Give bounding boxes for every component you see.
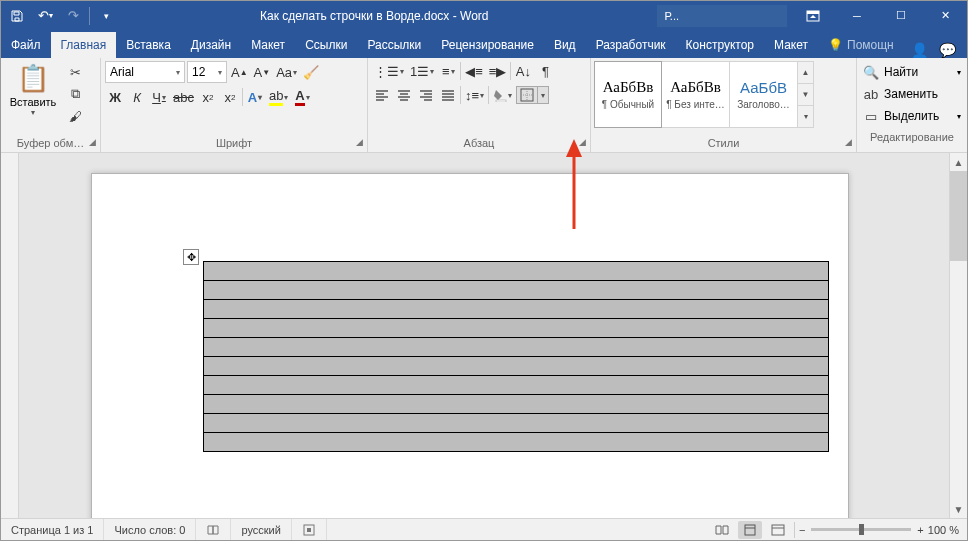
qat-customize-button[interactable]: ▾ [94,4,118,28]
table-row[interactable] [204,300,829,319]
scroll-down-button[interactable]: ▼ [950,500,967,518]
tab-developer[interactable]: Разработчик [586,32,676,58]
subscript-button[interactable]: x2 [198,87,218,107]
undo-button[interactable]: ↶▾ [33,4,57,28]
share-button[interactable]: 👤 [911,42,927,58]
show-marks-button[interactable]: ¶ [535,61,555,81]
tab-view[interactable]: Вид [544,32,586,58]
borders-dropdown[interactable]: ▾ [538,87,548,103]
table-row[interactable] [204,281,829,300]
zoom-level[interactable]: 100 % [928,524,959,536]
view-read-button[interactable] [710,521,734,539]
align-right-button[interactable] [416,85,436,105]
bullets-button[interactable]: ⋮☰ [372,61,406,81]
tab-layout[interactable]: Макет [241,32,295,58]
tab-review[interactable]: Рецензирование [431,32,544,58]
scroll-thumb[interactable] [950,171,967,261]
copy-button[interactable]: ⧉ [65,85,85,103]
table-row[interactable] [204,395,829,414]
multilevel-button[interactable]: ≡ [438,61,458,81]
styles-scroll-down[interactable]: ▼ [798,84,813,106]
sort-button[interactable]: A↓ [513,61,533,81]
font-color-button[interactable]: A [292,87,312,107]
paragraph-dialog-launcher[interactable]: ◢ [579,137,586,147]
find-button[interactable]: 🔍Найти▾ [863,62,961,82]
table-row[interactable] [204,414,829,433]
ribbon-options-button[interactable] [791,1,835,30]
table-cell[interactable] [204,414,829,433]
scroll-track[interactable] [950,171,967,500]
table-cell[interactable] [204,319,829,338]
clear-formatting-button[interactable]: 🧹 [301,62,321,82]
scroll-up-button[interactable]: ▲ [950,153,967,171]
styles-expand[interactable]: ▾ [798,106,813,127]
table-cell[interactable] [204,281,829,300]
highlight-button[interactable]: ab [267,87,290,107]
zoom-out-button[interactable]: − [799,524,805,536]
change-case-button[interactable]: Aa [274,62,299,82]
tab-table-constructor[interactable]: Конструктор [676,32,764,58]
document-table[interactable] [203,261,829,452]
line-spacing-button[interactable]: ↕≡ [463,85,486,105]
zoom-track[interactable] [811,528,911,531]
select-button[interactable]: ▭Выделить▾ [863,106,961,126]
bold-button[interactable]: Ж [105,87,125,107]
table-row[interactable] [204,262,829,281]
status-macro[interactable] [292,519,327,540]
table-row[interactable] [204,357,829,376]
comments-button[interactable]: 💬 [939,42,955,58]
account-area[interactable] [687,5,787,27]
table-row[interactable] [204,433,829,452]
view-print-button[interactable] [738,521,762,539]
status-language[interactable]: русский [231,519,291,540]
close-button[interactable]: ✕ [923,1,967,30]
style-no-spacing[interactable]: АаБбВв ¶ Без инте… [662,61,730,128]
tab-mailings[interactable]: Рассылки [357,32,431,58]
tab-design[interactable]: Дизайн [181,32,241,58]
text-effects-button[interactable]: A [245,87,265,107]
table-row[interactable] [204,319,829,338]
replace-button[interactable]: abЗаменить [863,84,961,104]
paste-button[interactable]: 📋 Вставить ▾ [5,61,61,117]
format-painter-button[interactable]: 🖌 [65,107,85,125]
tab-insert[interactable]: Вставка [116,32,181,58]
align-center-button[interactable] [394,85,414,105]
increase-indent-button[interactable]: ≡▶ [487,61,509,81]
table-cell[interactable] [204,338,829,357]
table-cell[interactable] [204,357,829,376]
numbering-button[interactable]: 1☰ [408,61,436,81]
redo-button[interactable]: ↷ [61,4,85,28]
save-button[interactable] [5,4,29,28]
table-cell[interactable] [204,395,829,414]
account-indicator[interactable]: Р... [657,5,687,27]
table-row[interactable] [204,376,829,395]
superscript-button[interactable]: x2 [220,87,240,107]
strikethrough-button[interactable]: abc [171,87,196,107]
shading-color-button[interactable] [491,85,514,105]
table-cell[interactable] [204,376,829,395]
status-word-count[interactable]: Число слов: 0 [104,519,196,540]
style-normal[interactable]: АаБбВв ¶ Обычный [594,61,662,128]
borders-button[interactable]: ▾ [516,86,549,104]
vertical-ruler[interactable] [1,153,19,518]
zoom-in-button[interactable]: + [917,524,923,536]
status-spellcheck[interactable] [196,519,231,540]
shrink-font-button[interactable]: A▼ [252,62,273,82]
tab-file[interactable]: Файл [1,32,51,58]
zoom-thumb[interactable] [859,524,864,535]
table-move-handle[interactable]: ✥ [183,249,199,265]
font-size-combo[interactable]: 12▾ [187,61,227,83]
view-web-button[interactable] [766,521,790,539]
styles-scroll-up[interactable]: ▲ [798,62,813,84]
styles-dialog-launcher[interactable]: ◢ [845,137,852,147]
maximize-button[interactable]: ☐ [879,1,923,30]
status-page[interactable]: Страница 1 из 1 [1,519,104,540]
grow-font-button[interactable]: A▲ [229,62,250,82]
table-cell[interactable] [204,300,829,319]
align-left-button[interactable] [372,85,392,105]
tell-me[interactable]: 💡Помощн [818,32,904,58]
font-name-combo[interactable]: Arial▾ [105,61,185,83]
cut-button[interactable]: ✂ [65,63,85,81]
zoom-slider[interactable]: − + [799,524,924,536]
italic-button[interactable]: К [127,87,147,107]
